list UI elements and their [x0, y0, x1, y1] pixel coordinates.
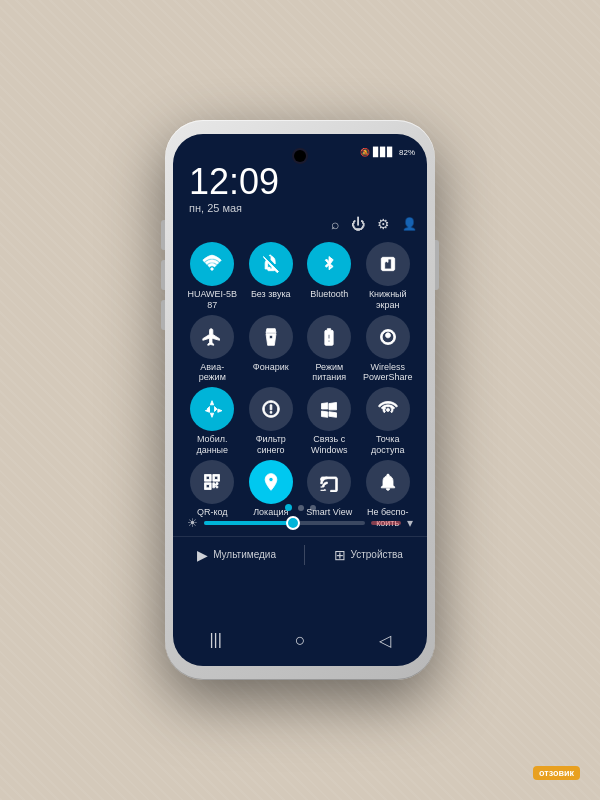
- tile-mobile-circle[interactable]: [190, 387, 234, 431]
- mute-icon: 🔕: [360, 148, 370, 157]
- tile-bluetooth[interactable]: Bluetooth: [302, 242, 357, 311]
- flashlight-icon: [261, 327, 281, 347]
- dot-1: [285, 504, 292, 511]
- power-button[interactable]: [435, 240, 439, 290]
- clock-date: пн, 25 мая: [189, 202, 279, 214]
- dot-3: [310, 505, 316, 511]
- dnd-icon: [378, 472, 398, 492]
- tile-battery-label: Режимпитания: [312, 362, 346, 384]
- bluetooth-icon: [319, 254, 339, 274]
- tile-wifi-circle[interactable]: [190, 242, 234, 286]
- brightness-slider[interactable]: ☀ ▾: [187, 516, 413, 530]
- tile-airplane-label: Авиа-режим: [199, 362, 226, 384]
- tile-bluetooth-circle[interactable]: [307, 242, 351, 286]
- tile-battery-circle[interactable]: [307, 315, 351, 359]
- tile-flashlight-circle[interactable]: [249, 315, 293, 359]
- photo-background: 🔕 ▊▊▊ 82% 12:09 пн, 25 мая ⌕ ⏻ ⚙ 👤: [0, 0, 600, 800]
- tile-book-label: Книжныйэкран: [369, 289, 407, 311]
- tile-silent-label: Без звука: [251, 289, 291, 300]
- tile-hotspot-label: Точкадоступа: [371, 434, 404, 456]
- hotspot-icon: [378, 399, 398, 419]
- silent-icon: [261, 254, 281, 274]
- phone-screen: 🔕 ▊▊▊ 82% 12:09 пн, 25 мая ⌕ ⏻ ⚙ 👤: [173, 134, 427, 666]
- power-menu-icon[interactable]: ⏻: [351, 216, 365, 232]
- status-icons: 🔕 ▊▊▊ 82%: [360, 147, 415, 157]
- clock-area: 12:09 пн, 25 мая: [189, 164, 279, 214]
- airplane-icon: [202, 327, 222, 347]
- location-icon: [261, 472, 281, 492]
- tile-wireless-label: WirelessPowerShare: [363, 362, 413, 384]
- quick-settings-grid: HUAWEI-5B87 Без звука: [181, 242, 419, 528]
- battery-text: 82%: [399, 148, 415, 157]
- tile-hotspot[interactable]: Точкадоступа: [361, 387, 416, 456]
- divider: [304, 545, 305, 565]
- media-button[interactable]: ▶ Мультимедиа: [197, 547, 276, 563]
- tile-wifi[interactable]: HUAWEI-5B87: [185, 242, 240, 311]
- tile-windows[interactable]: Связь сWindows: [302, 387, 357, 456]
- tile-windows-label: Связь сWindows: [311, 434, 348, 456]
- nav-bar: ||| ○ ◁: [173, 622, 427, 658]
- tile-filter-circle[interactable]: [249, 387, 293, 431]
- tile-windows-circle[interactable]: [307, 387, 351, 431]
- qr-icon: [202, 472, 222, 492]
- phone-wrapper: 🔕 ▊▊▊ 82% 12:09 пн, 25 мая ⌕ ⏻ ⚙ 👤: [165, 120, 435, 680]
- recent-apps-button[interactable]: |||: [209, 631, 221, 649]
- bixby-button[interactable]: [161, 300, 165, 330]
- brightness-low-icon: ☀: [187, 516, 198, 530]
- battery-mode-icon: [319, 327, 339, 347]
- settings-icon[interactable]: ⚙: [377, 216, 390, 232]
- tile-wireless-share[interactable]: WirelessPowerShare: [361, 315, 416, 384]
- home-button[interactable]: ○: [295, 630, 306, 651]
- mobile-data-icon: [202, 399, 222, 419]
- search-icon[interactable]: ⌕: [331, 216, 339, 232]
- tile-bluetooth-label: Bluetooth: [310, 289, 348, 300]
- clock-time: 12:09: [189, 164, 279, 200]
- tile-book-circle[interactable]: [366, 242, 410, 286]
- wifi-icon: [202, 254, 222, 274]
- tile-qr-circle[interactable]: [190, 460, 234, 504]
- tile-blue-filter[interactable]: Фильтрсинего: [244, 387, 299, 456]
- slider-right: [371, 521, 401, 525]
- wireless-power-icon: [378, 327, 398, 347]
- tile-location-circle[interactable]: [249, 460, 293, 504]
- bottom-bar: ▶ Мультимедиа ⊞ Устройства: [173, 536, 427, 572]
- watermark-text: отзовик: [539, 768, 574, 778]
- cast-icon: [319, 472, 339, 492]
- filter-icon: [261, 399, 281, 419]
- back-button[interactable]: ◁: [379, 631, 391, 650]
- volume-up-button[interactable]: [161, 220, 165, 250]
- grid-icon: ⊞: [334, 547, 346, 563]
- tile-mobile-data[interactable]: Мобил.данные: [185, 387, 240, 456]
- tile-filter-label: Фильтрсинего: [256, 434, 286, 456]
- tile-dnd-circle[interactable]: [366, 460, 410, 504]
- tile-silent[interactable]: Без звука: [244, 242, 299, 311]
- slider-thumb[interactable]: [286, 516, 300, 530]
- tile-wireless-circle[interactable]: [366, 315, 410, 359]
- tile-airplane[interactable]: Авиа-режим: [185, 315, 240, 384]
- chevron-down-icon[interactable]: ▾: [407, 516, 413, 530]
- tile-flashlight-label: Фонарик: [253, 362, 289, 373]
- book-icon: [378, 254, 398, 274]
- slider-fill: [204, 521, 293, 525]
- tile-book[interactable]: Книжныйэкран: [361, 242, 416, 311]
- dot-2: [298, 505, 304, 511]
- front-camera: [294, 150, 306, 162]
- tile-hotspot-circle[interactable]: [366, 387, 410, 431]
- quick-settings-top-row: ⌕ ⏻ ⚙ 👤: [331, 216, 417, 232]
- volume-down-button[interactable]: [161, 260, 165, 290]
- signal-icon: ▊▊▊: [373, 147, 394, 157]
- play-icon: ▶: [197, 547, 208, 563]
- devices-label: Устройства: [351, 549, 403, 560]
- tile-silent-circle[interactable]: [249, 242, 293, 286]
- profile-icon[interactable]: 👤: [402, 217, 417, 231]
- tile-flashlight[interactable]: Фонарик: [244, 315, 299, 384]
- page-dots: [173, 504, 427, 511]
- tile-mobile-label: Мобил.данные: [196, 434, 228, 456]
- phone-body: 🔕 ▊▊▊ 82% 12:09 пн, 25 мая ⌕ ⏻ ⚙ 👤: [165, 120, 435, 680]
- devices-button[interactable]: ⊞ Устройства: [334, 547, 403, 563]
- windows-icon: [319, 399, 339, 419]
- tile-airplane-circle[interactable]: [190, 315, 234, 359]
- tile-smartview-circle[interactable]: [307, 460, 351, 504]
- slider-track[interactable]: [204, 521, 365, 525]
- tile-battery-mode[interactable]: Режимпитания: [302, 315, 357, 384]
